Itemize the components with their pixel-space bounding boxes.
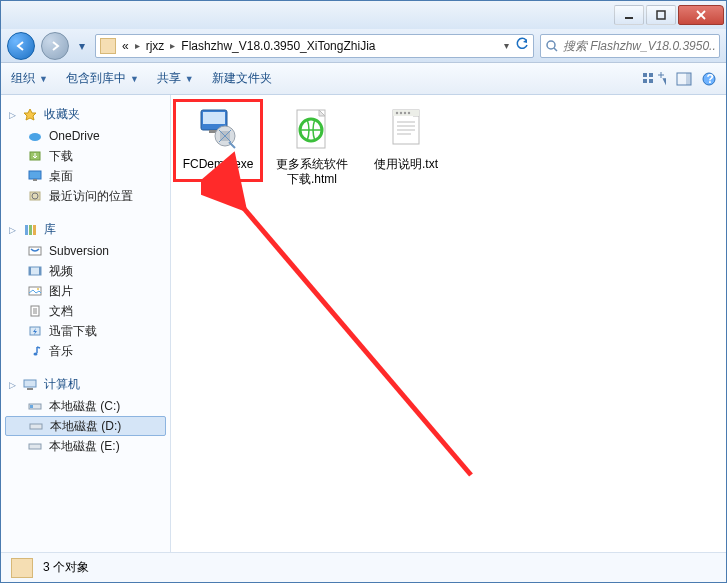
svg-point-51: [396, 112, 398, 114]
file-item[interactable]: 更多系统软件下载.html: [273, 105, 351, 187]
minimize-button[interactable]: [614, 5, 644, 25]
libraries-group: ▷ 库 Subversion 视频 图片 文档 迅雷下载 音乐: [5, 218, 166, 361]
svg-point-15: [29, 133, 41, 141]
svg-rect-39: [30, 405, 33, 408]
svg-rect-22: [29, 225, 32, 235]
close-button[interactable]: [678, 5, 724, 25]
tree-label: 图片: [49, 283, 73, 300]
svg-rect-6: [643, 73, 647, 77]
svg-line-59: [241, 205, 471, 475]
search-input[interactable]: [563, 39, 715, 53]
svg-point-4: [547, 41, 555, 49]
subversion-icon: [27, 244, 43, 258]
svg-rect-21: [25, 225, 28, 235]
favorites-group: ▷ 收藏夹 OneDrive 下载 桌面 最近访问的位置: [5, 103, 166, 206]
svg-rect-18: [33, 179, 37, 181]
sidebar-item-subversion[interactable]: Subversion: [5, 241, 166, 261]
svg-point-35: [34, 353, 38, 356]
include-menu[interactable]: 包含到库中▼: [66, 70, 139, 87]
view-options-button[interactable]: ▼: [642, 72, 666, 86]
sidebar-item-drive-d[interactable]: 本地磁盘 (D:): [5, 416, 166, 436]
file-item[interactable]: 使用说明.txt: [367, 105, 445, 172]
address-field[interactable]: « ▸ rjxz ▸ Flashzhw_V18.0.3950_XiTongZhi…: [95, 34, 534, 58]
file-list[interactable]: FCDemo.exe 更多系统软件下载.html 使用说明.txt: [171, 95, 726, 552]
navigation-pane: ▷ 收藏夹 OneDrive 下载 桌面 最近访问的位置 ▷ 库 Subvers…: [1, 95, 171, 552]
computer-icon: [22, 378, 38, 392]
tree-label: 计算机: [44, 376, 80, 393]
tree-label: 库: [44, 221, 56, 238]
svg-rect-9: [649, 79, 653, 83]
computer-header[interactable]: ▷ 计算机: [5, 373, 166, 396]
search-field[interactable]: [540, 34, 720, 58]
chevron-right-icon[interactable]: ▸: [170, 40, 175, 51]
organize-menu[interactable]: 组织▼: [11, 70, 48, 87]
dropdown-icon[interactable]: ▾: [504, 40, 509, 51]
tree-label: 下载: [49, 148, 73, 165]
sidebar-item-recent[interactable]: 最近访问的位置: [5, 186, 166, 206]
address-bar: ▾ « ▸ rjxz ▸ Flashzhw_V18.0.3950_XiTongZ…: [1, 29, 726, 63]
libraries-header[interactable]: ▷ 库: [5, 218, 166, 241]
search-icon: [545, 39, 559, 53]
sidebar-item-videos[interactable]: 视频: [5, 261, 166, 281]
sidebar-item-onedrive[interactable]: OneDrive: [5, 126, 166, 146]
document-icon: [27, 304, 43, 318]
sidebar-item-thunder[interactable]: 迅雷下载: [5, 321, 166, 341]
svg-point-29: [37, 288, 39, 290]
breadcrumb-segment[interactable]: rjxz: [146, 39, 165, 53]
svg-rect-41: [29, 444, 41, 449]
breadcrumb-overflow[interactable]: «: [122, 39, 129, 53]
command-bar: 组织▼ 包含到库中▼ 共享▼ 新建文件夹 ▼ ?: [1, 63, 726, 95]
newfolder-button[interactable]: 新建文件夹: [212, 70, 272, 87]
sidebar-item-drive-e[interactable]: 本地磁盘 (E:): [5, 436, 166, 456]
computer-group: ▷ 计算机 本地磁盘 (C:) 本地磁盘 (D:) 本地磁盘 (E:): [5, 373, 166, 456]
svg-rect-17: [29, 171, 41, 179]
chevron-right-icon[interactable]: ▸: [135, 40, 140, 51]
body: ▷ 收藏夹 OneDrive 下载 桌面 最近访问的位置 ▷ 库 Subvers…: [1, 95, 726, 552]
html-icon: [288, 105, 336, 153]
forward-button[interactable]: [41, 32, 69, 60]
tree-label: 收藏夹: [44, 106, 80, 123]
svg-line-5: [554, 48, 557, 51]
collapse-icon: ▷: [9, 225, 16, 235]
favorites-header[interactable]: ▷ 收藏夹: [5, 103, 166, 126]
download-icon: [27, 149, 43, 163]
file-item[interactable]: FCDemo.exe: [179, 105, 257, 176]
sidebar-item-drive-c[interactable]: 本地磁盘 (C:): [5, 396, 166, 416]
sidebar-item-downloads[interactable]: 下载: [5, 146, 166, 166]
tree-label: 视频: [49, 263, 73, 280]
refresh-button[interactable]: [515, 37, 529, 54]
tree-label: 本地磁盘 (D:): [50, 418, 121, 435]
svg-rect-27: [39, 267, 41, 275]
folder-icon: [100, 38, 116, 54]
sidebar-item-music[interactable]: 音乐: [5, 341, 166, 361]
music-icon: [27, 344, 43, 358]
sidebar-item-desktop[interactable]: 桌面: [5, 166, 166, 186]
sidebar-item-documents[interactable]: 文档: [5, 301, 166, 321]
svg-point-53: [404, 112, 406, 114]
help-button[interactable]: ?: [702, 72, 716, 86]
svg-rect-7: [649, 73, 653, 77]
file-name: FCDemo.exe: [179, 157, 257, 172]
video-icon: [27, 264, 43, 278]
txt-icon: [382, 105, 430, 153]
tree-label: 文档: [49, 303, 73, 320]
annotation-arrow: [201, 135, 501, 495]
sidebar-item-pictures[interactable]: 图片: [5, 281, 166, 301]
svg-point-52: [400, 112, 402, 114]
share-menu[interactable]: 共享▼: [157, 70, 194, 87]
maximize-button[interactable]: [646, 5, 676, 25]
folder-icon: [11, 558, 33, 578]
svg-rect-8: [643, 79, 647, 83]
tree-label: 本地磁盘 (C:): [49, 398, 120, 415]
back-button[interactable]: [7, 32, 35, 60]
collapse-icon: ▷: [9, 380, 16, 390]
svg-rect-40: [30, 424, 42, 429]
svg-rect-12: [686, 73, 691, 85]
breadcrumb-segment[interactable]: Flashzhw_V18.0.3950_XiTongZhiJia: [181, 39, 375, 53]
desktop-icon: [27, 169, 43, 183]
svg-rect-26: [29, 267, 31, 275]
preview-pane-button[interactable]: [676, 72, 692, 86]
tree-label: 迅雷下载: [49, 323, 97, 340]
history-dropdown[interactable]: ▾: [75, 32, 89, 60]
explorer-window: ▾ « ▸ rjxz ▸ Flashzhw_V18.0.3950_XiTongZ…: [0, 0, 727, 583]
